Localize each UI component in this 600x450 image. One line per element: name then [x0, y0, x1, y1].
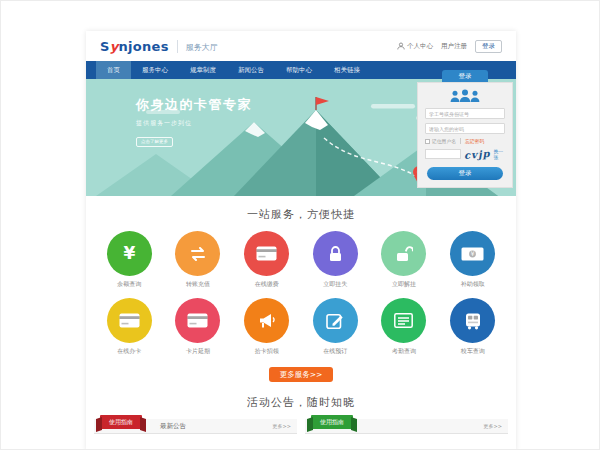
nav-item-home[interactable]: 首页 [96, 61, 131, 79]
service-circle[interactable] [175, 298, 220, 343]
service-circle[interactable] [244, 298, 289, 343]
attendance-icon [394, 313, 413, 328]
service-label: 拾卡招领 [232, 347, 301, 356]
remember-checkbox[interactable] [425, 139, 430, 144]
screenshot-canvas: Synjones 服务大厅 个人中心 用户注册 登录 首页 服务中心 规章制度 … [0, 0, 600, 450]
service-item-report-loss[interactable]: 立即挂失 [301, 231, 370, 289]
forgot-password-link[interactable]: 忘记密码 [460, 138, 484, 144]
service-circle[interactable] [313, 231, 358, 276]
panel-content [305, 434, 508, 450]
remember-label: 记住用户名 [432, 138, 456, 144]
service-label: 转账充值 [164, 280, 233, 289]
service-circle[interactable] [313, 298, 358, 343]
header-actions: 个人中心 用户注册 登录 [397, 40, 502, 53]
latest-news-tab[interactable]: 最新公告 [160, 422, 186, 431]
service-item-school-bus[interactable]: 校车查询 [438, 298, 507, 356]
service-circle[interactable] [107, 298, 152, 343]
more-link[interactable]: 更多>> [273, 423, 291, 429]
personal-center-label: 个人中心 [407, 42, 433, 51]
announcement-panels: 使用指南 最新公告 更多>> 使用指南 更多>> [94, 419, 508, 450]
username-input[interactable] [425, 108, 505, 119]
service-circle[interactable] [381, 231, 426, 276]
hero-title: 你身边的卡管专家 [136, 96, 252, 114]
user-icon [397, 42, 405, 50]
service-item-balance[interactable]: ¥ 余额查询 [95, 231, 164, 289]
bank-card-icon [119, 313, 140, 328]
captcha-input[interactable] [425, 149, 461, 159]
hero-banner: 你身边的卡管专家 提供服务一步到位 点击了解更多 登录 [86, 79, 516, 196]
personal-center-link[interactable]: 个人中心 [397, 42, 433, 51]
svg-text:¥: ¥ [471, 250, 475, 258]
bank-card-icon [256, 246, 277, 261]
guide-panel: 使用指南 最新公告 更多>> [94, 419, 297, 450]
guide-ribbon-tab[interactable]: 使用指南 [311, 415, 353, 429]
service-label: 在线缴费 [232, 280, 301, 289]
service-item-attendance[interactable]: 考勤查询 [370, 298, 439, 356]
login-submit-button[interactable]: 登录 [427, 167, 503, 180]
service-circle[interactable] [244, 231, 289, 276]
nav-item-help-center[interactable]: 帮助中心 [275, 61, 323, 79]
service-item-card-extend[interactable]: 卡片延期 [164, 298, 233, 356]
login-form: 记住用户名 忘记密码 cvjp 换一张 登录 [417, 82, 513, 188]
bank-card-icon [187, 313, 208, 328]
service-label: 校车查询 [438, 347, 507, 356]
more-services-button[interactable]: 更多服务>> [269, 367, 333, 382]
more-link[interactable]: 更多>> [484, 423, 502, 429]
service-label: 考勤查询 [370, 347, 439, 356]
service-label: 在线预订 [301, 347, 370, 356]
hero-subtitle: 提供服务一步到位 [136, 119, 252, 128]
hero-cta-button[interactable]: 点击了解更多 [136, 137, 173, 147]
unlock-icon [394, 245, 413, 263]
megaphone-icon [257, 312, 277, 330]
hero-text: 你身边的卡管专家 提供服务一步到位 点击了解更多 [136, 96, 252, 147]
service-item-subsidy[interactable]: ¥ 补助领取 [438, 231, 507, 289]
nav-item-related-links[interactable]: 相关链接 [323, 61, 371, 79]
service-label: 余额查询 [95, 280, 164, 289]
captcha-refresh-link[interactable]: 换一张 [494, 148, 505, 160]
service-circle[interactable] [381, 298, 426, 343]
nav-item-rules[interactable]: 规章制度 [179, 61, 227, 79]
site-header: Synjones 服务大厅 个人中心 用户注册 登录 [86, 31, 516, 61]
bus-icon [464, 312, 482, 330]
remember-row: 记住用户名 忘记密码 [425, 138, 505, 144]
service-item-found-card[interactable]: 拾卡招领 [232, 298, 301, 356]
panel-header: 使用指南 更多>> [305, 419, 508, 434]
service-label: 卡片延期 [164, 347, 233, 356]
logo-prefix: S [100, 39, 110, 54]
announcements-title: 活动公告，随时知晓 [86, 395, 516, 410]
logo[interactable]: Synjones [100, 39, 169, 54]
site-name: 服务大厅 [177, 40, 218, 53]
announcements-section: 活动公告，随时知晓 使用指南 最新公告 更多>> 使用指南 更多>> [86, 395, 516, 450]
captcha-image[interactable]: cvjp [464, 148, 491, 161]
service-item-apply-card[interactable]: 在线办卡 [95, 298, 164, 356]
header-login-button[interactable]: 登录 [475, 40, 502, 53]
register-link[interactable]: 用户注册 [441, 42, 467, 51]
panel-header: 使用指南 最新公告 更多>> [94, 419, 297, 434]
services-section: 一站服务，方便快捷 ¥ 余额查询 转账充值 在线缴费 [86, 196, 516, 382]
guide-ribbon-tab[interactable]: 使用指南 [100, 415, 142, 429]
service-circle[interactable] [450, 298, 495, 343]
service-circle[interactable]: ¥ [450, 231, 495, 276]
service-circle[interactable] [175, 231, 220, 276]
panel-content [94, 434, 297, 450]
transfer-arrows-icon [188, 247, 208, 261]
nav-item-service-center[interactable]: 服务中心 [131, 61, 179, 79]
password-input[interactable] [425, 123, 505, 134]
register-label: 用户注册 [441, 42, 467, 51]
service-item-unlock[interactable]: 立即解挂 [370, 231, 439, 289]
service-item-transfer[interactable]: 转账充值 [164, 231, 233, 289]
users-icon [448, 89, 482, 104]
service-circle[interactable]: ¥ [107, 231, 152, 276]
service-label: 立即解挂 [370, 280, 439, 289]
nav-item-news[interactable]: 新闻公告 [227, 61, 275, 79]
logo-suffix: njones [118, 39, 168, 54]
services-title: 一站服务，方便快捷 [86, 207, 516, 222]
login-tab[interactable]: 登录 [442, 70, 488, 82]
service-item-online-booking[interactable]: 在线预订 [301, 298, 370, 356]
edit-icon [326, 312, 344, 330]
banknote-icon: ¥ [461, 247, 484, 261]
service-label: 补助领取 [438, 280, 507, 289]
service-item-pay[interactable]: 在线缴费 [232, 231, 301, 289]
portal-page: Synjones 服务大厅 个人中心 用户注册 登录 首页 服务中心 规章制度 … [86, 31, 516, 450]
login-panel: 登录 记住用户名 忘记密码 [417, 70, 513, 188]
